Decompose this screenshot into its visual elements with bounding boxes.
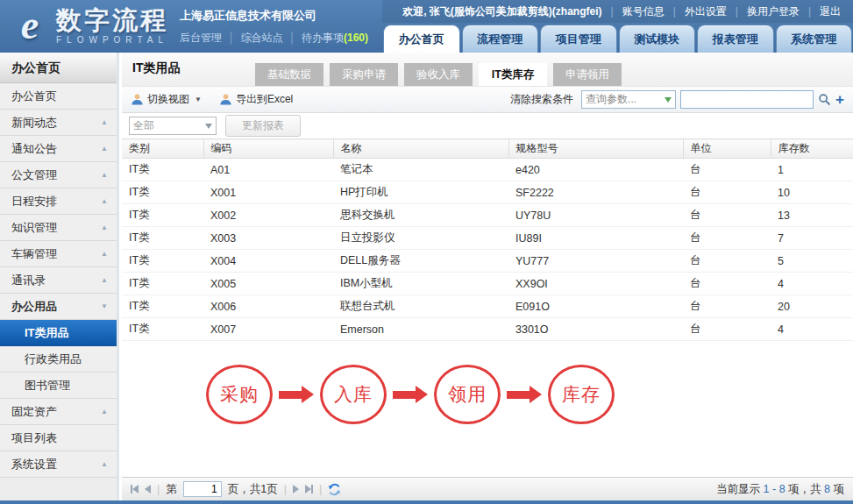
category-filter-select[interactable]: 全部 (129, 117, 217, 135)
table-cell: 7 (771, 227, 853, 250)
content-tab-1[interactable]: 采购申请 (330, 63, 398, 86)
content-tab-3[interactable]: IT类库存 (479, 63, 547, 86)
link-logout[interactable]: 退出 (820, 4, 841, 19)
sidebar-item-13[interactable]: 项目列表 (0, 425, 117, 451)
column-header-2[interactable]: 名称 (333, 139, 508, 159)
next-page-button[interactable] (293, 485, 299, 493)
top-nav-tab-0[interactable]: 办公首页 (383, 25, 460, 53)
column-header-0[interactable]: 类别 (122, 139, 203, 159)
collapse-arrow-icon[interactable]: ▲ (101, 267, 108, 293)
sidebar-item-10[interactable]: 行政类用品 (0, 346, 117, 373)
last-page-button[interactable] (305, 485, 313, 493)
column-header-5[interactable]: 库存数 (771, 139, 853, 159)
collapse-arrow-icon[interactable]: ▲ (101, 188, 108, 214)
search-button[interactable] (818, 93, 831, 106)
sidebar-item-3[interactable]: 公文管理▲ (0, 162, 117, 188)
content-tab-4[interactable]: 申请领用 (553, 63, 622, 86)
collapse-arrow-icon[interactable]: ▲ (101, 241, 108, 266)
top-nav-tab-3[interactable]: 测试模块 (619, 25, 696, 53)
sidebar-item-11[interactable]: 图书管理 (0, 373, 117, 399)
table-header: 类别编码名称规格型号单位库存数 (122, 139, 853, 159)
sidebar-item-label: 办公首页 (11, 89, 57, 103)
collapse-arrow-icon[interactable]: ▲ (101, 451, 108, 477)
update-report-button[interactable]: 更新报表 (225, 115, 301, 137)
inventory-table: 类别编码名称规格型号单位库存数 IT类A01笔记本e420台1IT类X001HP… (122, 138, 853, 341)
table-row[interactable]: IT类X002思科交换机UY78U台13 (122, 204, 853, 227)
prev-page-icon (145, 485, 151, 493)
sidebar-item-0[interactable]: 办公首页 (0, 83, 117, 110)
content-tab-0[interactable]: 基础数据 (255, 63, 323, 86)
table-row[interactable]: IT类X003日立投影仪IU89I台7 (122, 227, 853, 250)
link-switch-user[interactable]: 换用户登录 (747, 4, 800, 19)
link-todo-items[interactable]: 待办事项(160) (302, 32, 368, 44)
link-backend-admin[interactable]: 后台管理 (180, 32, 222, 44)
table-cell: e420 (508, 159, 683, 181)
collapse-arrow-icon[interactable]: ▲ (101, 162, 108, 188)
record-count-summary: 当前显示 1 - 8 项，共 8 项 (716, 482, 844, 497)
sidebar-item-12[interactable]: 固定资产▲ (0, 399, 117, 425)
table-row[interactable]: IT类X006联想台式机E091O台20 (122, 295, 853, 318)
table-cell: 台 (683, 250, 771, 273)
top-nav-tab-1[interactable]: 流程管理 (462, 25, 539, 53)
top-header: e 数字流程 FLOWPORTAL 上海易正信息技术有限公司 后台管理│综合站点… (0, 0, 853, 53)
switch-view-button[interactable]: 切换视图 ▼ (131, 92, 202, 107)
top-nav-tab-4[interactable]: 报表管理 (697, 25, 774, 53)
collapse-arrow-icon[interactable]: ▼ (101, 294, 108, 319)
search-input[interactable] (680, 90, 814, 109)
sidebar-item-label: 项目列表 (11, 431, 57, 444)
collapse-arrow-icon[interactable]: ▲ (101, 136, 108, 161)
content-tab-2[interactable]: 验收入库 (404, 63, 473, 86)
company-name: 上海易正信息技术有限公司 (180, 8, 368, 24)
table-row[interactable]: IT类X004DELL服务器YU777台5 (122, 250, 853, 273)
export-excel-button[interactable]: 导出到Excel (219, 92, 293, 107)
top-nav-tab-5[interactable]: 系统管理 (776, 25, 853, 53)
table-row[interactable]: IT类X007Emerson3301O台4 (122, 318, 853, 341)
summary-text: 当前显示 (716, 483, 763, 495)
table-row[interactable]: IT类X005IBM小型机XX9OI台4 (122, 273, 853, 295)
top-nav-tabs: 办公首页流程管理项目管理测试模块报表管理系统管理 (382, 24, 853, 53)
table-row[interactable]: IT类A01笔记本e420台1 (122, 159, 853, 181)
app-title: 数字流程 (56, 7, 168, 33)
collapse-arrow-icon[interactable]: ▲ (101, 110, 108, 135)
link-account-info[interactable]: 账号信息 (622, 4, 665, 19)
divider: | (736, 5, 738, 18)
collapse-arrow-icon[interactable]: ▲ (101, 399, 108, 424)
query-param-select[interactable]: 查询参数... (581, 90, 676, 109)
add-filter-button[interactable]: + (835, 92, 844, 107)
sidebar-item-14[interactable]: 系统设置▲ (0, 451, 117, 478)
sidebar-item-9[interactable]: IT类用品 (0, 320, 117, 346)
link-out-of-office[interactable]: 外出设置 (685, 4, 727, 19)
next-page-icon (293, 485, 299, 493)
sidebar-item-label: 办公用品 (11, 300, 57, 313)
table-body: IT类A01笔记本e420台1IT类X001HP打印机SF2222台10IT类X… (122, 159, 853, 341)
column-header-4[interactable]: 单位 (683, 139, 771, 159)
table-cell: IT类 (122, 159, 203, 181)
collapse-arrow-icon[interactable]: ▲ (101, 215, 108, 240)
divider: | (319, 483, 322, 495)
sidebar-item-1[interactable]: 新闻动态▲ (0, 110, 117, 136)
column-header-3[interactable]: 规格型号 (508, 139, 683, 159)
refresh-button[interactable] (328, 483, 341, 496)
clear-search-button[interactable]: 清除搜索条件 (510, 92, 573, 107)
sidebar-item-8[interactable]: 办公用品▼ (0, 294, 117, 320)
page-number-input[interactable] (183, 481, 222, 497)
content-tab-label: 验收入库 (416, 68, 460, 81)
sidebar-item-label: 知识管理 (11, 221, 57, 234)
sidebar-item-label: 车辆管理 (11, 247, 57, 260)
sidebar-item-label: 公文管理 (11, 168, 57, 181)
sidebar-item-7[interactable]: 通讯录▲ (0, 267, 117, 294)
sidebar-item-4[interactable]: 日程安排▲ (0, 188, 117, 215)
prev-page-button[interactable] (145, 485, 151, 493)
sidebar-item-2[interactable]: 通知公告▲ (0, 136, 117, 162)
table-cell: YU777 (508, 250, 683, 273)
column-header-1[interactable]: 编码 (203, 139, 333, 159)
top-nav-tab-2[interactable]: 项目管理 (540, 25, 617, 53)
sidebar: 办公首页 办公首页新闻动态▲通知公告▲公文管理▲日程安排▲知识管理▲车辆管理▲通… (0, 53, 119, 500)
logo-block: e 数字流程 FLOWPORTAL (7, 4, 168, 47)
first-page-button[interactable] (131, 485, 139, 493)
sidebar-item-5[interactable]: 知识管理▲ (0, 215, 117, 241)
sidebar-item-6[interactable]: 车辆管理▲ (0, 241, 117, 267)
link-portal-site[interactable]: 综合站点 (241, 32, 283, 44)
table-row[interactable]: IT类X001HP打印机SF2222台10 (122, 181, 853, 204)
table-cell: 10 (771, 181, 853, 204)
